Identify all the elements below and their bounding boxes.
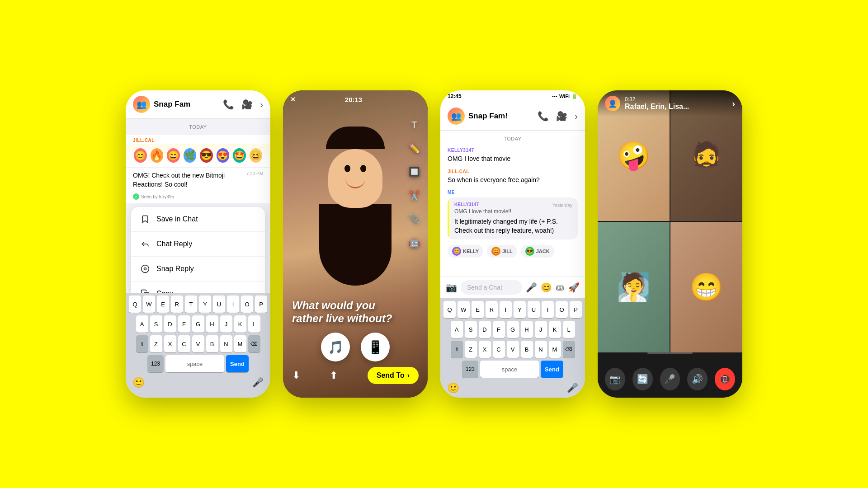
- p3-key-m[interactable]: M: [549, 341, 561, 358]
- chat-reply-item[interactable]: Chat Reply: [131, 232, 265, 257]
- video-icon[interactable]: 🎥: [241, 99, 253, 110]
- key-w[interactable]: W: [143, 296, 155, 313]
- p3-emoji-icon[interactable]: 🙂: [447, 382, 459, 394]
- key-shift[interactable]: ⇧: [136, 335, 148, 352]
- p3-key-a[interactable]: A: [451, 321, 463, 338]
- p3-key-b[interactable]: B: [521, 341, 533, 358]
- rocket-input-icon[interactable]: 🚀: [568, 282, 580, 293]
- poll-option-2[interactable]: 📱: [361, 333, 390, 361]
- p3-key-u[interactable]: U: [528, 301, 540, 318]
- p3-key-v[interactable]: V: [507, 341, 519, 358]
- key-c[interactable]: C: [178, 335, 190, 352]
- p3-key-y[interactable]: Y: [514, 301, 526, 318]
- p3-key-w[interactable]: W: [458, 301, 470, 318]
- p3-key-c[interactable]: C: [493, 341, 505, 358]
- key-z[interactable]: Z: [150, 335, 162, 352]
- phone3-chevron-icon[interactable]: ›: [575, 111, 578, 122]
- key-p[interactable]: P: [255, 296, 267, 313]
- key-r[interactable]: R: [171, 296, 183, 313]
- p3-key-p[interactable]: P: [570, 301, 582, 318]
- p3-key-e[interactable]: E: [472, 301, 484, 318]
- key-d[interactable]: D: [164, 315, 176, 333]
- p3-key-j[interactable]: J: [535, 321, 547, 338]
- save-in-chat-item[interactable]: Save in Chat: [131, 207, 265, 232]
- key-a[interactable]: A: [136, 315, 148, 333]
- p3-key-f[interactable]: F: [493, 321, 505, 338]
- scissor-tool[interactable]: ✂️: [407, 188, 421, 202]
- key-h[interactable]: H: [206, 315, 218, 333]
- p3-key-q[interactable]: Q: [443, 301, 456, 318]
- p3-mic-icon[interactable]: 🎤: [567, 382, 578, 394]
- snap-close-btn[interactable]: ✕: [290, 96, 296, 103]
- key-y[interactable]: Y: [199, 296, 211, 313]
- key-space[interactable]: space: [165, 355, 224, 372]
- key-j[interactable]: J: [220, 315, 232, 333]
- key-x[interactable]: X: [164, 335, 176, 352]
- p3-key-r[interactable]: R: [486, 301, 498, 318]
- key-s[interactable]: S: [150, 315, 162, 333]
- key-l[interactable]: L: [248, 315, 260, 333]
- phone-icon[interactable]: 📞: [223, 99, 234, 110]
- key-b[interactable]: B: [206, 335, 218, 352]
- key-k[interactable]: K: [234, 315, 246, 333]
- text-tool[interactable]: T: [407, 117, 421, 132]
- p3-key-o[interactable]: O: [556, 301, 568, 318]
- paperclip-tool[interactable]: 📎: [407, 211, 421, 226]
- p3-key-123[interactable]: 123: [462, 361, 478, 378]
- key-n[interactable]: N: [220, 335, 232, 352]
- p3-key-g[interactable]: G: [507, 321, 519, 338]
- key-123[interactable]: 123: [147, 355, 164, 372]
- p3-key-k[interactable]: K: [549, 321, 561, 338]
- p3-key-backspace[interactable]: ⌫: [563, 341, 575, 358]
- send-to-button[interactable]: Send To ›: [368, 367, 419, 384]
- key-o[interactable]: O: [241, 296, 253, 313]
- p3-key-x[interactable]: X: [479, 341, 491, 358]
- reaction-jill[interactable]: 😄 JILL: [487, 245, 517, 258]
- bitmoji-tool[interactable]: 🤖: [407, 235, 421, 249]
- reaction-kelly[interactable]: 😊 KELLY: [448, 245, 483, 258]
- key-g[interactable]: G: [192, 315, 204, 333]
- emoji-icon[interactable]: 🙂: [132, 377, 145, 389]
- sticker-input-icon[interactable]: 🎟: [556, 282, 565, 293]
- phone3-phone-icon[interactable]: 📞: [538, 111, 549, 122]
- p3-key-d[interactable]: D: [479, 321, 491, 338]
- pencil-tool[interactable]: ✏️: [407, 141, 421, 155]
- snap-reply-item[interactable]: Snap Reply: [131, 257, 265, 282]
- key-t[interactable]: T: [185, 296, 197, 313]
- p3-key-i[interactable]: I: [542, 301, 554, 318]
- phone4-expand-icon[interactable]: ›: [732, 99, 735, 109]
- sticker-tool[interactable]: 🔲: [407, 164, 421, 179]
- flip-camera-btn[interactable]: 🔄: [632, 368, 653, 390]
- reaction-jack[interactable]: 😎 JACK: [521, 245, 554, 258]
- key-q[interactable]: Q: [129, 296, 141, 313]
- poll-option-1[interactable]: 🎵: [321, 333, 350, 361]
- p3-key-space[interactable]: space: [480, 361, 539, 378]
- p3-key-send[interactable]: Send: [541, 361, 563, 378]
- p3-key-z[interactable]: Z: [465, 341, 477, 358]
- phone3-input-field[interactable]: Send a Chat: [461, 280, 522, 295]
- snap-download-btn[interactable]: ⬇: [292, 370, 300, 381]
- key-send[interactable]: Send: [226, 355, 249, 372]
- key-m[interactable]: M: [234, 335, 246, 352]
- mic-input-icon[interactable]: 🎤: [526, 282, 537, 293]
- snap-share-btn[interactable]: ⬆: [330, 370, 338, 381]
- mic-icon[interactable]: 🎤: [252, 377, 264, 389]
- volume-btn[interactable]: 🔊: [687, 368, 708, 390]
- p3-key-t[interactable]: T: [500, 301, 512, 318]
- key-v[interactable]: V: [192, 335, 204, 352]
- key-u[interactable]: U: [213, 296, 225, 313]
- p3-key-s[interactable]: S: [465, 321, 477, 338]
- p3-key-l[interactable]: L: [563, 321, 575, 338]
- p3-key-h[interactable]: H: [521, 321, 533, 338]
- mute-btn[interactable]: 🎤: [660, 368, 680, 390]
- camera-input-icon[interactable]: 📷: [446, 282, 457, 293]
- key-backspace[interactable]: ⌫: [248, 335, 260, 352]
- key-i[interactable]: I: [227, 296, 239, 313]
- key-e[interactable]: E: [157, 296, 169, 313]
- p3-key-shift[interactable]: ⇧: [451, 341, 463, 358]
- camera-toggle-btn[interactable]: 📷: [605, 368, 625, 390]
- end-call-btn[interactable]: 📵: [715, 368, 735, 390]
- p3-key-n[interactable]: N: [535, 341, 547, 358]
- key-f[interactable]: F: [178, 315, 190, 333]
- chevron-right-icon[interactable]: ›: [260, 99, 263, 110]
